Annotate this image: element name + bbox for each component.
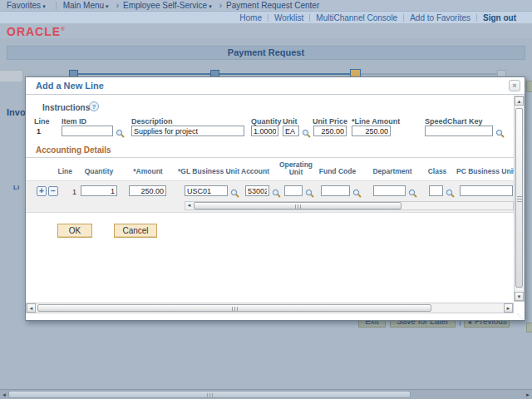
registered-mark: ® [61,27,65,32]
chevron-down-icon: ▾ [106,3,109,9]
unit-price-field[interactable] [313,126,347,136]
page-h-scrollbar[interactable]: ◄ ► [0,389,532,399]
oracle-logo-text: ORACLE [7,25,61,38]
scroll-left-icon[interactable]: ◄ [0,391,8,399]
item-id-lookup-icon[interactable] [116,126,125,135]
scroll-down-icon[interactable]: ▼ [515,292,524,301]
unit-label: Unit [283,117,298,126]
breadcrumb-label: Employee Self-Service [123,1,207,10]
col-header-pc-business-unit: PC Business Unit [456,167,515,175]
main-menu-label: Main Menu [63,1,104,10]
dialog-v-scroll-thumb[interactable] [515,108,523,288]
thumb-grip [517,195,522,202]
cancel-button[interactable]: Cancel [114,224,157,238]
remove-row-button[interactable]: − [48,186,58,196]
gl-business-unit-lookup-icon[interactable] [230,186,239,195]
scroll-left-icon[interactable]: ◄ [185,202,193,209]
unit-field[interactable] [283,126,299,136]
thumb-grip [207,393,214,398]
row-account-field[interactable] [245,185,269,196]
class-lookup-icon[interactable] [446,186,455,195]
link-divider [309,14,310,22]
scroll-right-icon[interactable]: ► [524,391,532,399]
add-new-line-dialog: Add a New Line × Instructions ? Line Ite… [25,76,525,321]
ok-button[interactable]: OK [57,224,92,238]
worklist-link[interactable]: Worklist [274,13,303,22]
background-tab-fragment [0,70,23,81]
dialog-v-scrollbar[interactable]: ▲ ▼ [514,96,525,302]
breadcrumb-separator-icon: › [116,1,119,10]
row-amount-field[interactable] [129,185,166,196]
grid-scroll-thumb[interactable] [194,202,401,209]
line-amount-label: *Line Amount [352,117,400,126]
col-header-gl-business-unit: *GL Business Unit [178,167,236,175]
item-id-label: Item ID [62,117,86,126]
speedchart-key-field[interactable] [425,126,493,136]
row-pc-business-unit-field[interactable] [460,185,513,196]
main-menu[interactable]: Main Menu▾ [63,1,109,10]
train-line-remaining [355,73,500,75]
breadcrumb-item-ess[interactable]: Employee Self-Service▾ [123,1,212,10]
speedchart-lookup-icon[interactable] [495,126,505,135]
resize-grip-icon[interactable]: ⋱ [517,313,523,320]
favorites-menu[interactable]: Favorites▾ [7,1,46,10]
dialog-h-scroll-thumb[interactable] [37,304,431,312]
header-links: Home Worklist MultiChannel Console Add t… [0,12,532,23]
operating-unit-lookup-icon[interactable] [305,186,314,195]
accounting-details-section: Accounting Details [26,145,514,158]
chevron-down-icon: ▾ [209,3,212,9]
link-divider [268,14,268,22]
dialog-titlebar: Add a New Line × [26,77,525,95]
background-heading-fragment: Invo [7,107,26,117]
scroll-right-icon[interactable]: ► [504,303,513,313]
page-scroll-thumb[interactable] [8,391,411,398]
favorites-label: Favorites [7,1,41,10]
row-line-number: 1 [72,188,76,196]
row-operating-unit-field[interactable] [284,185,303,196]
grid-h-scrollbar[interactable]: ◄ [185,201,514,210]
col-header-quantity: Quantity [79,167,119,175]
breadcrumb-item-payment-request-center[interactable]: Payment Request Center [226,1,319,10]
home-link[interactable]: Home [239,13,262,22]
line-label: Line [34,117,50,126]
row-fund-code-field[interactable] [321,185,350,196]
col-header-operating-unit: Operating Unit [278,161,314,176]
nav-divider [56,2,57,10]
quantity-field[interactable] [251,126,278,136]
multichannel-console-link[interactable]: MultiChannel Console [316,13,397,22]
dialog-h-scrollbar[interactable]: ◄ ► [26,303,514,313]
link-divider [476,14,477,22]
peoplesoft-screen: Favorites▾ Main Menu▾ › Employee Self-Se… [0,0,532,399]
unit-lookup-icon[interactable] [302,126,311,135]
dialog-title: Add a New Line [36,81,104,91]
description-field[interactable] [131,126,244,136]
line-number-value: 1 [37,127,41,135]
row-gl-business-unit-field[interactable] [185,185,228,196]
col-header-department: Department [371,167,414,175]
help-icon[interactable]: ? [89,101,99,111]
add-to-favorites-link[interactable]: Add to Favorites [410,13,470,22]
line-amount-field[interactable] [352,126,391,136]
thumb-grip [232,307,239,312]
instructions-label: Instructions [42,103,90,112]
scroll-up-icon[interactable]: ▲ [515,96,524,106]
close-icon[interactable]: × [509,80,520,91]
speedchart-key-label: SpeedChart Key [425,117,483,126]
department-lookup-icon[interactable] [408,186,417,195]
row-department-field[interactable] [373,185,406,196]
row-quantity-field[interactable] [81,185,117,196]
unit-price-label: Unit Price [313,117,347,126]
sign-out-link[interactable]: Sign out [483,13,516,22]
fund-code-lookup-icon[interactable] [352,186,362,195]
oracle-logo: ORACLE® [7,25,66,38]
chevron-down-icon: ▾ [42,3,46,9]
col-header-amount: *Amount [128,167,168,175]
account-lookup-icon[interactable] [272,186,281,195]
logo-band: ORACLE® [0,23,532,38]
row-class-field[interactable] [429,185,443,196]
scroll-left-icon[interactable]: ◄ [27,303,36,313]
item-id-field[interactable] [62,126,113,136]
add-row-button[interactable]: + [37,186,47,196]
breadcrumb-separator-icon: › [219,1,222,10]
col-header-account: Account [240,167,270,175]
